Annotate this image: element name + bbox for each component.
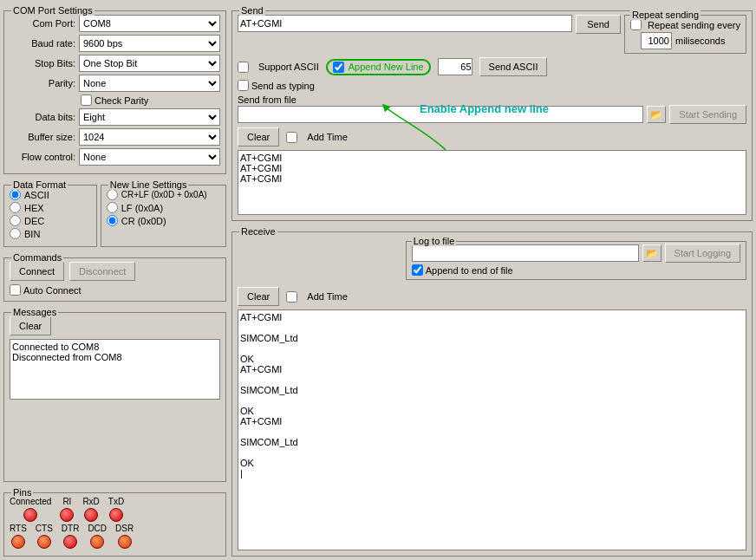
receive-line: [240, 447, 744, 458]
receive-clear-button[interactable]: Clear: [238, 287, 279, 306]
repeat-sending-label: Repeat sending every: [648, 20, 740, 30]
receive-line: SIMCOM_Ltd: [240, 437, 744, 447]
messages-title: Messages: [11, 307, 58, 317]
lf-radio[interactable]: [107, 202, 118, 213]
com-port-settings-group: COM Port Settings Com Port: COM8 Baud ra…: [3, 10, 226, 174]
check-parity-label: Check Parity: [94, 95, 148, 106]
pin-txd: TxD: [108, 497, 124, 522]
repeat-sending-box: Repeat sending Repeat sending every mili…: [624, 15, 746, 54]
send-as-typing-checkbox[interactable]: [238, 80, 249, 91]
append-to-file-checkbox[interactable]: [412, 264, 423, 276]
baud-rate-select[interactable]: 9600 bps: [79, 35, 220, 52]
send-button[interactable]: Send: [576, 15, 621, 34]
right-panel: Send Send Repeat sending Repeat sending …: [230, 0, 756, 560]
receive-line: AT+CGMI: [240, 416, 744, 427]
pin-connected: Connected: [10, 497, 51, 522]
append-new-line-checkbox[interactable]: [333, 62, 344, 73]
check-parity-checkbox[interactable]: [81, 94, 92, 106]
log-to-file-title: Log to file: [412, 236, 457, 246]
receive-line: SIMCOM_Ltd: [240, 333, 744, 343]
stop-bits-select[interactable]: One Stop Bit: [79, 55, 220, 72]
dec-radio[interactable]: [10, 215, 21, 226]
stop-bits-label: Stop Bits:: [10, 58, 79, 68]
pin-connected-led: [23, 508, 37, 522]
send-ascii-button[interactable]: Send ASCII: [479, 57, 548, 76]
messages-area: Connected to COM8 Disconnected from COM8: [10, 339, 220, 400]
send-as-typing-label: Send as typing: [251, 81, 315, 91]
receive-line: [240, 322, 744, 333]
send-title: Send: [239, 5, 265, 16]
send-command-input[interactable]: [238, 15, 572, 32]
pin-cts: CTS: [36, 524, 53, 549]
send-add-time-label: Add Time: [307, 132, 347, 142]
receive-line: OK: [240, 458, 744, 468]
pin-dcd-led: [90, 535, 104, 549]
ascii-num-input[interactable]: [438, 58, 472, 75]
crlf-radio[interactable]: [107, 189, 118, 200]
pin-dsr: DSR: [115, 524, 134, 549]
append-new-line-label: Append New Line: [326, 59, 431, 75]
cr-radio[interactable]: [107, 215, 118, 226]
pin-rxd: RxD: [82, 497, 99, 522]
flow-control-label: Flow control:: [10, 152, 79, 162]
disconnect-button[interactable]: Disconnect: [69, 262, 135, 281]
auto-connect-checkbox[interactable]: [10, 284, 21, 296]
send-from-file-browse-button[interactable]: 📂: [647, 106, 666, 123]
receive-line: [240, 343, 744, 354]
repeat-sending-checkbox[interactable]: [630, 19, 642, 30]
pin-rxd-led: [84, 508, 98, 522]
start-sending-button[interactable]: Start Sending: [669, 105, 746, 124]
pin-cts-led: [37, 535, 51, 549]
pins-title: Pins: [11, 487, 33, 498]
pin-txd-led: [109, 508, 123, 522]
receive-area: AT+CGMI SIMCOM_Ltd OK AT+CGMI SIMCOM_Ltd…: [238, 309, 746, 550]
commands-title: Commands: [11, 252, 63, 263]
receive-line: OK: [240, 406, 744, 416]
data-bits-select[interactable]: Eight: [79, 108, 220, 126]
data-bits-label: Data bits:: [10, 112, 79, 122]
com-port-select[interactable]: COM8: [79, 15, 220, 32]
ascii-radio[interactable]: [10, 189, 21, 200]
log-file-input[interactable]: [412, 244, 639, 262]
parity-select[interactable]: None: [79, 75, 220, 92]
start-logging-button[interactable]: Start Logging: [665, 244, 740, 263]
receive-add-time-label: Add Time: [307, 291, 347, 302]
parity-label: Parity:: [10, 78, 79, 88]
receive-line: OK: [240, 354, 744, 364]
buffer-size-label: Buffer size:: [10, 132, 79, 142]
receive-cursor: |: [240, 468, 744, 479]
buffer-size-select[interactable]: 1024: [79, 128, 220, 146]
receive-group: Receive Log to file 📂 Start Logging Appe…: [231, 231, 753, 557]
send-add-time-checkbox[interactable]: [286, 132, 297, 143]
receive-title: Receive: [239, 226, 277, 237]
connect-button[interactable]: Connect: [10, 262, 64, 281]
repeat-sending-title: Repeat sending: [630, 10, 701, 20]
pin-dsr-led: [118, 535, 132, 549]
hex-radio[interactable]: [10, 202, 21, 213]
repeat-interval-input[interactable]: [641, 32, 672, 49]
messages-clear-button[interactable]: Clear: [10, 316, 51, 335]
support-ascii-checkbox[interactable]: [238, 62, 249, 73]
send-from-file-label: Send from file: [238, 94, 297, 105]
message-line-1: Connected to COM8: [12, 342, 218, 352]
pin-rts: RTS: [10, 524, 27, 549]
receive-line: AT+CGMI: [240, 364, 744, 374]
pin-ri-led: [60, 508, 74, 522]
flow-control-select[interactable]: None: [79, 148, 220, 166]
pin-dtr: DTR: [62, 524, 80, 549]
receive-add-time-checkbox[interactable]: [286, 291, 297, 303]
auto-connect-label: Auto Connect: [23, 285, 81, 296]
send-from-file-input[interactable]: [238, 106, 643, 123]
message-line-2: Disconnected from COM8: [12, 352, 218, 362]
send-clear-button[interactable]: Clear: [238, 127, 279, 147]
log-file-browse-button[interactable]: 📂: [642, 244, 662, 262]
pin-rts-led: [11, 535, 25, 549]
receive-line: AT+CGMI: [240, 312, 744, 322]
miliseconds-label: miliseconds: [675, 36, 725, 46]
receive-line: [240, 374, 744, 385]
bin-radio[interactable]: [10, 228, 21, 239]
append-to-file-label: Append to end of file: [426, 265, 513, 276]
send-line-3: AT+CGMI: [240, 173, 744, 184]
receive-line: [240, 427, 744, 437]
pins-group: Pins Connected RI RxD TxD: [3, 492, 226, 557]
